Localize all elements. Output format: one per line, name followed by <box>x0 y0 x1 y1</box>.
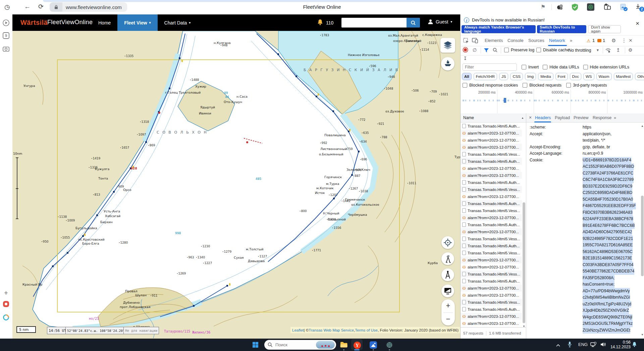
globe-app-icon[interactable] <box>386 341 393 349</box>
request-row[interactable]: {}alarm?from=2023-12-07T00... <box>461 228 522 235</box>
request-row[interactable]: Transas.Tornado.Html5.Auth... <box>461 221 522 228</box>
filter-chip-media[interactable]: Media <box>538 73 553 80</box>
alarm-bell-icon[interactable] <box>317 19 323 27</box>
nav-item-chart-data[interactable]: Chart Data▾ <box>158 14 198 31</box>
bookmark-icon[interactable]: ⚑ <box>541 4 545 10</box>
request-row[interactable]: {}alarm?from=2023-12-07T00... <box>461 263 522 270</box>
request-row[interactable]: Transas.Tornado.Html5.Auth... <box>461 200 522 207</box>
checkbox-3rd-party-requests[interactable]: 3rd-party requests <box>566 83 607 88</box>
history-icon[interactable]: ◷ <box>4 4 10 10</box>
detail-pane-scrollbar[interactable] <box>641 196 644 276</box>
photos-app-icon[interactable] <box>370 341 377 349</box>
request-row[interactable]: Transas.Tornado.Html5.Auth... <box>461 179 522 186</box>
filter-chip-manifest[interactable]: Manifest <box>614 73 633 80</box>
throttling-select[interactable]: No throttling <box>569 48 591 53</box>
back-icon[interactable]: ← <box>24 3 31 10</box>
network-conditions-icon[interactable] <box>605 48 613 55</box>
taskbar-search-input[interactable] <box>275 342 313 348</box>
zoom-in-button[interactable]: + <box>441 299 455 312</box>
filter-chip-img[interactable]: Img <box>525 73 536 80</box>
close-devtools-icon[interactable]: × <box>629 37 636 45</box>
request-row[interactable]: {}alarm?from=2023-12-07T00... <box>461 320 522 327</box>
volume-icon[interactable] <box>600 342 606 348</box>
taskbar-search[interactable] <box>264 340 336 350</box>
extensions-puzzle-icon[interactable] <box>604 3 611 12</box>
disable-cache-checkbox[interactable]: Disable cache <box>536 48 570 52</box>
filter-chip-doc[interactable]: Doc <box>570 73 581 80</box>
download-icon[interactable]: 2 <box>635 3 641 11</box>
tab-network[interactable]: Network <box>549 38 565 43</box>
extension-spheres-icon[interactable] <box>556 3 564 12</box>
export-har-icon[interactable]: ↥ <box>616 47 624 55</box>
infobar-close-icon[interactable]: × <box>636 20 639 27</box>
request-list-scrollbar[interactable] <box>523 202 525 323</box>
close-detail-icon[interactable]: × <box>529 115 532 120</box>
request-row[interactable]: {}alarm?from=2023-12-07T00... <box>461 256 522 263</box>
clear-icon[interactable]: ∅ <box>473 47 480 55</box>
network-settings-gear-icon[interactable]: ⚙ <box>628 47 636 55</box>
tab-console[interactable]: Console <box>507 38 524 43</box>
request-row[interactable]: {}alarm?from=2023-12-07T00... <box>461 285 522 292</box>
request-row[interactable]: Transas.Tornado.Html5.Vess... <box>461 207 522 214</box>
detail-scroll-up-icon[interactable]: ▲ <box>641 124 644 128</box>
request-row[interactable]: Transas.Tornado.Html5.Vess... <box>461 299 522 306</box>
checkbox-hide-extension-urls[interactable]: Hide extension URLs <box>583 65 629 69</box>
nautical-chart[interactable]: Унгуран.КулганаХужирг.Голец Трехголовыйн… <box>12 31 460 339</box>
add-panel-icon[interactable]: + <box>2 289 10 296</box>
filter-chip-other[interactable]: Other <box>635 73 644 80</box>
request-row[interactable]: Transas.Tornado.Html5.Vess... <box>461 186 522 193</box>
filter-chip-fetch/xhr[interactable]: Fetch/XHR <box>474 73 497 80</box>
filter-input[interactable] <box>463 63 517 71</box>
search-highlight-thumbnail[interactable] <box>316 341 335 349</box>
tab-headers[interactable]: Headers <box>535 115 551 120</box>
network-overview-timeline[interactable]: 200000 ms400000 ms600000 ms800000 ms1000… <box>461 89 644 114</box>
nav-item-fleet-view[interactable]: Fleet View▾ <box>117 14 157 31</box>
tab-response[interactable]: Response <box>593 115 611 120</box>
yandex-browser-icon[interactable]: Y <box>353 341 361 349</box>
request-row[interactable]: Transas.Tornado.Html5.Auth... <box>461 278 522 285</box>
attribution-link[interactable]: Transas Web Map Service <box>309 328 354 332</box>
nav-item-home[interactable]: Home <box>92 14 117 31</box>
name-column-header[interactable]: Name ▲ <box>461 113 526 122</box>
more-options-icon[interactable]: ⋮ <box>622 38 629 45</box>
zoom-out-button[interactable]: − <box>441 313 455 326</box>
import-har-icon[interactable]: ↧ <box>463 56 471 63</box>
filter-funnel-icon[interactable] <box>484 48 491 55</box>
request-row[interactable]: Transas.Tornado.Html5.Vess... <box>461 151 522 158</box>
scroll-up-icon[interactable]: ▲ <box>521 116 524 119</box>
request-row[interactable]: {}alarm?from=2023-12-07T00... <box>461 214 522 221</box>
request-row[interactable]: {}alarm?from=2023-12-07T00... <box>461 172 522 179</box>
tab-preview[interactable]: Preview <box>574 115 588 120</box>
record-icon[interactable] <box>464 48 467 51</box>
request-row[interactable]: {}alarm?from=2023-12-07T00... <box>461 193 522 200</box>
checkbox-blocked-response-cookies[interactable]: Blocked response cookies <box>463 83 518 88</box>
filter-chip-js[interactable]: JS <box>499 73 508 80</box>
request-row[interactable]: Transas.Tornado.Html5.Auth... <box>461 122 522 130</box>
filter-chip-wasm[interactable]: Wasm <box>596 73 612 80</box>
badge-9-icon[interactable]: 9 <box>2 32 10 39</box>
search-icon[interactable] <box>493 48 500 55</box>
request-row[interactable]: {}alarm?from=2023-12-07T00... <box>461 137 522 144</box>
request-row[interactable]: {}alarm?from=2023-12-07T00... <box>461 292 522 299</box>
request-row[interactable]: Transas.Tornado.Html5.Vess... <box>461 249 522 256</box>
locate-button[interactable] <box>441 236 454 249</box>
request-row[interactable]: Transas.Tornado.Html5.Auth... <box>461 158 522 165</box>
switch-russian-button[interactable]: Switch DevTools to Russian <box>537 25 586 33</box>
filter-chip-ws[interactable]: WS <box>583 73 594 80</box>
issues-icon[interactable] <box>597 39 601 42</box>
dark-extension-icon[interactable] <box>587 3 594 12</box>
layers-button[interactable] <box>440 38 455 53</box>
more-detail-tabs-icon[interactable]: » <box>614 115 616 120</box>
compass-button[interactable] <box>441 268 454 281</box>
filter-chip-font[interactable]: Font <box>555 73 568 80</box>
file-explorer-icon[interactable] <box>340 341 347 349</box>
language-indicator[interactable]: ENG <box>578 342 588 347</box>
fullscreen-button[interactable] <box>441 285 454 297</box>
header-search-button[interactable] <box>407 18 420 28</box>
loading-ring-icon[interactable] <box>2 314 10 321</box>
throttling-caret-icon[interactable]: ▼ <box>596 48 599 52</box>
play-icon[interactable] <box>2 19 10 27</box>
match-language-button[interactable]: Always match Yandex Browser's language <box>462 25 536 33</box>
preserve-log-checkbox[interactable]: Preserve log <box>504 48 534 52</box>
more-tabs-icon[interactable]: » <box>570 38 572 43</box>
